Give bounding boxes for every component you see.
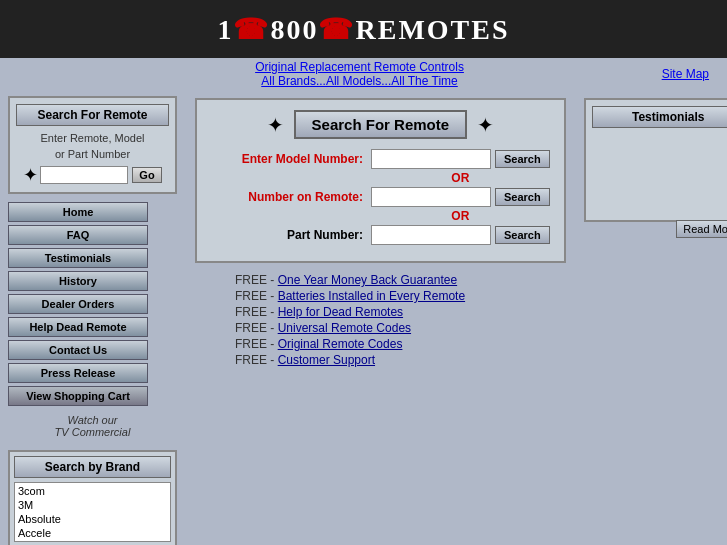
left-sidebar: Search For Remote Enter Remote, Model or… [0, 90, 185, 545]
free-link-6[interactable]: Customer Support [278, 353, 375, 367]
free-link-5[interactable]: Original Remote Codes [278, 337, 403, 351]
starburst-right-icon: ✦ [477, 113, 494, 137]
main-layout: Search For Remote Enter Remote, Model or… [0, 90, 727, 545]
part-number-label: Part Number: [211, 228, 371, 242]
search-by-brand: Search by Brand 3com 3M Absolute Accele [8, 450, 177, 545]
part-number-row: Part Number: Search [211, 225, 550, 245]
free-item-4: FREE - Universal Remote Codes [235, 321, 566, 335]
model-search-button[interactable]: Search [495, 150, 550, 168]
navbar: Original Replacement Remote Controls All… [0, 58, 727, 90]
free-item-1: FREE - One Year Money Back Guarantee [235, 273, 566, 287]
nav-help-dead-remote[interactable]: Help Dead Remote [8, 317, 148, 337]
nav-testimonials[interactable]: Testimonials [8, 248, 148, 268]
remote-number-row: Number on Remote: Search [211, 187, 550, 207]
brand-title: Search by Brand [14, 456, 171, 478]
sidebar-go-button[interactable]: Go [132, 167, 161, 183]
watch-tv-commercial: Watch our TV Commercial [8, 414, 177, 438]
sidebar-starburst-left: ✦ [23, 164, 38, 186]
watch-tv-line1: Watch our [8, 414, 177, 426]
or-divider-1: OR [211, 171, 550, 185]
nav-buttons: Home FAQ Testimonials History Dealer Ord… [8, 202, 177, 406]
free-link-1[interactable]: One Year Money Back Guarantee [278, 273, 457, 287]
model-number-label: Enter Model Number: [211, 152, 371, 166]
free-item-3: FREE - Help for Dead Remotes [235, 305, 566, 319]
nav-dealer-orders[interactable]: Dealer Orders [8, 294, 148, 314]
nav-shopping-cart[interactable]: View Shopping Cart [8, 386, 148, 406]
site-logo: 1☎800☎REMOTES [217, 13, 509, 46]
part-search-button[interactable]: Search [495, 226, 550, 244]
brand-item[interactable]: 3M [16, 498, 169, 512]
sidebar-search-label1: Enter Remote, Model [16, 132, 169, 144]
remote-search-box: ✦ Search For Remote ✦ Enter Model Number… [195, 98, 566, 263]
model-number-input[interactable] [371, 149, 491, 169]
part-number-input[interactable] [371, 225, 491, 245]
brand-list-container: 3com 3M Absolute Accele [14, 482, 171, 542]
right-sidebar: Testimonials Read More [576, 90, 727, 545]
or-divider-2: OR [211, 209, 550, 223]
free-link-2[interactable]: Batteries Installed in Every Remote [278, 289, 465, 303]
nav-home[interactable]: Home [8, 202, 148, 222]
nav-history[interactable]: History [8, 271, 148, 291]
nav-faq[interactable]: FAQ [8, 225, 148, 245]
watch-tv-line2: TV Commercial [8, 426, 177, 438]
free-link-3[interactable]: Help for Dead Remotes [278, 305, 403, 319]
remote-number-label: Number on Remote: [211, 190, 371, 204]
brand-item[interactable]: 3com [16, 484, 169, 498]
free-offers: FREE - One Year Money Back Guarantee FRE… [195, 273, 566, 367]
nav-contact-us[interactable]: Contact Us [8, 340, 148, 360]
sidebar-search-input[interactable] [40, 166, 128, 184]
testimonials-title: Testimonials [592, 106, 727, 128]
brand-item[interactable]: Accele [16, 526, 169, 540]
nav-press-release[interactable]: Press Release [8, 363, 148, 383]
free-link-4[interactable]: Universal Remote Codes [278, 321, 411, 335]
brand-item[interactable]: Absolute [16, 512, 169, 526]
remote-search-button[interactable]: Search [495, 188, 550, 206]
nav-all-brands[interactable]: All Brands...All Models...All The Time [261, 74, 458, 88]
header-banner: 1☎800☎REMOTES [0, 0, 727, 58]
nav-original-replacement[interactable]: Original Replacement Remote Controls [255, 60, 464, 74]
sidebar-search-label2: or Part Number [16, 148, 169, 160]
sidebar-search-box: Search For Remote Enter Remote, Model or… [8, 96, 177, 194]
sidebar-search-title: Search For Remote [16, 104, 169, 126]
remote-search-title-button[interactable]: Search For Remote [294, 110, 468, 139]
nav-site-map[interactable]: Site Map [662, 67, 709, 81]
brand-list[interactable]: 3com 3M Absolute Accele [14, 482, 171, 542]
remote-number-input[interactable] [371, 187, 491, 207]
starburst-left-icon: ✦ [267, 113, 284, 137]
testimonials-box: Testimonials Read More [584, 98, 727, 222]
testimonials-content [592, 134, 727, 214]
free-item-5: FREE - Original Remote Codes [235, 337, 566, 351]
remote-search-header: ✦ Search For Remote ✦ [211, 110, 550, 139]
free-item-6: FREE - Customer Support [235, 353, 566, 367]
center-content: ✦ Search For Remote ✦ Enter Model Number… [185, 90, 576, 545]
free-item-2: FREE - Batteries Installed in Every Remo… [235, 289, 566, 303]
model-number-row: Enter Model Number: Search [211, 149, 550, 169]
nav-center: Original Replacement Remote Controls All… [255, 60, 464, 88]
read-more-button[interactable]: Read More [676, 220, 727, 238]
